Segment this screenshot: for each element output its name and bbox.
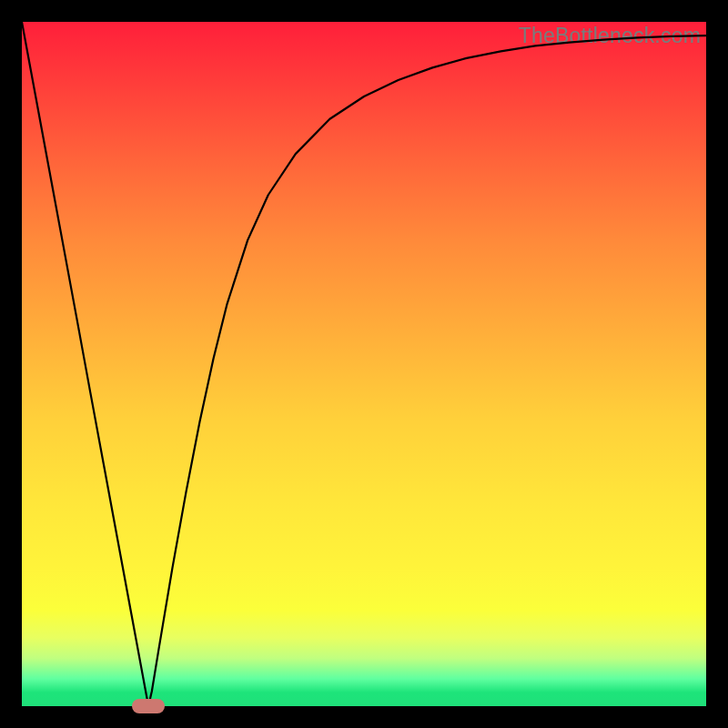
plot-area: TheBottleneck.com — [22, 22, 706, 706]
chart-frame: TheBottleneck.com — [0, 0, 728, 728]
bottleneck-curve — [22, 22, 706, 706]
optimum-marker — [132, 699, 165, 713]
